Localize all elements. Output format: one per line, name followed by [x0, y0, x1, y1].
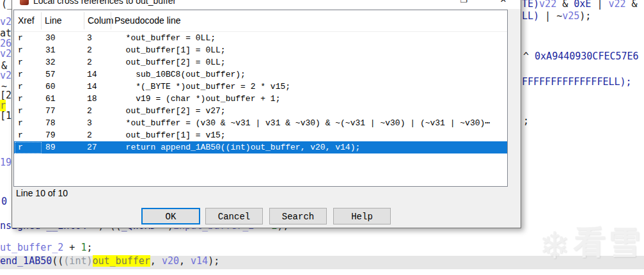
kanxue-watermark: ❄ 看雪	[539, 221, 643, 267]
header-pseudocode[interactable]: Pseudocode line	[111, 10, 508, 31]
cell-line: 60	[45, 81, 56, 93]
help-button[interactable]: Help	[333, 208, 391, 224]
cell-col: 2	[87, 56, 92, 68]
header-xref[interactable]: Xref	[14, 10, 45, 31]
highlighted-identifier: out_buffer	[93, 255, 150, 267]
cell-code: *out_buffer = (v30 & ~v31 | v31 & ~v30) …	[116, 117, 490, 129]
cell-xref: r	[18, 81, 23, 93]
xref-table-row[interactable]: r8927 return append_1AB50((int)out_buffe…	[14, 141, 507, 153]
cell-xref: r	[18, 93, 23, 105]
code-token: ((	[52, 255, 63, 267]
dialog-title: Local cross references to out_buffer	[33, 0, 176, 6]
cell-xref: r	[18, 105, 23, 117]
cell-xref: r	[18, 117, 23, 129]
cell-code: *(_BYTE *)out_buffer = 2 * v15;	[116, 81, 290, 93]
xref-table-row[interactable]: r783 *out_buffer = (v30 & ~v31 | v31 & ~…	[14, 117, 507, 129]
code-token: ;	[523, 115, 529, 127]
code-token: &	[626, 0, 643, 10]
cell-col: 3	[87, 32, 92, 44]
code-fragment: v2	[0, 16, 12, 28]
code-token: FFFFFFFFFFFFFFELL);	[522, 76, 632, 88]
cell-code: out_buffer[1] = v15;	[116, 129, 226, 141]
screen: (_v2at26v2&v2~[2r[1190TE)v22 & 0xE | v22…	[0, 0, 644, 275]
cell-code: out_buffer[2] = 0LL;	[116, 56, 226, 68]
cell-code: out_buffer[1] = 0LL;	[116, 44, 226, 56]
code-token: [1	[0, 110, 12, 122]
code-token: ;	[86, 242, 92, 253]
cell-line: 89	[45, 141, 56, 153]
code-token: v14	[191, 255, 208, 267]
xref-table-row[interactable]: r5714 sub_10BC8(out_buffer);	[14, 68, 507, 81]
code-token: v20	[162, 255, 179, 267]
cell-col: 14	[87, 68, 97, 81]
cell-line: 30	[45, 32, 56, 44]
cell-line: 77	[45, 105, 56, 117]
code-fragment: ^ 0xA9440930CFEC57E6	[523, 51, 639, 63]
code-token: );	[579, 10, 591, 22]
xref-table-row[interactable]: r6014 *(_BYTE *)out_buffer = 2 * v15;	[14, 81, 507, 93]
cell-code: return append_1AB50((int)out_buffer, v20…	[116, 141, 360, 153]
dialog-titlebar[interactable]: Local cross references to out_buffer ❐ ✕	[12, 0, 521, 9]
header-line[interactable]: Line	[41, 10, 88, 31]
code-token: ut_buffer_2	[0, 242, 63, 253]
search-button[interactable]: Search	[269, 208, 327, 224]
cell-xref: r	[18, 44, 23, 56]
close-icon: ✕	[500, 0, 507, 4]
xref-table-row[interactable]: r312 out_buffer[1] = 0LL;	[14, 44, 507, 56]
code-fragment: 0	[1, 196, 7, 208]
code-token: end_1AB50	[0, 255, 52, 267]
code-token: ,	[150, 255, 162, 267]
xref-table-row[interactable]: r792 out_buffer[1] = v15;	[14, 129, 507, 141]
code-token: 0	[1, 196, 7, 207]
cell-line: 31	[45, 44, 56, 56]
code-token: ^	[523, 51, 535, 62]
code-token: | ~	[539, 10, 562, 22]
code-fragment: FFFFFFFFFFFFFFELL);	[522, 76, 632, 88]
cell-code: *out_buffer = 0LL;	[116, 32, 216, 44]
cancel-button[interactable]: Cancel	[205, 208, 263, 224]
xref-list[interactable]: Xref Line Column Pseudocode line r303 *o…	[13, 10, 508, 187]
snowflake-icon: ❄	[539, 224, 570, 267]
ida-app-icon	[20, 0, 29, 5]
code-fragment: TE)v22 & 0xE | v22 & 1	[522, 0, 644, 10]
cell-line: 61	[45, 93, 56, 105]
cell-code: v19 = (char *)out_buffer + 1;	[116, 93, 280, 105]
ok-button[interactable]: OK	[141, 208, 200, 224]
code-token: v2	[0, 16, 12, 28]
cell-col: 2	[87, 44, 92, 56]
cell-col: 27	[87, 141, 97, 153]
close-button[interactable]: ✕	[493, 0, 514, 9]
code-token: v2	[0, 70, 12, 81]
cell-xref: r	[18, 32, 23, 44]
code-fragment: ut_buffer_2 + 1;	[0, 242, 93, 254]
xref-table-row[interactable]: r6118 v19 = (char *)out_buffer + 1;	[14, 93, 507, 105]
code-fragment: v2	[0, 48, 12, 60]
xref-table-row[interactable]: r772 out_buffer[2] = v27;	[14, 105, 507, 117]
cell-line: 79	[45, 129, 56, 141]
code-token: LL)	[522, 10, 539, 22]
code-token: 0xE	[574, 0, 591, 10]
cell-line: 78	[45, 117, 56, 129]
watermark-text: 看雪	[574, 224, 643, 261]
cell-line: 57	[45, 68, 56, 81]
cell-xref: r	[18, 129, 23, 141]
code-token: 19	[0, 157, 12, 168]
maximize-button[interactable]: ❐	[453, 0, 474, 9]
code-fragment: end_1AB50(((int)out_buffer, v20, v14);	[0, 255, 219, 267]
cell-col: 18	[87, 93, 97, 105]
code-token: v25	[562, 10, 579, 22]
code-token: |	[591, 0, 608, 10]
code-token: v2	[0, 48, 12, 59]
code-token: +	[63, 242, 81, 253]
xref-list-header: Xref Line Column Pseudocode line	[14, 10, 507, 32]
xref-table-row[interactable]: r303 *out_buffer = 0LL;	[14, 32, 507, 44]
xref-table-row[interactable]: r322 out_buffer[2] = 0LL;	[14, 56, 507, 68]
code-fragment: 19	[0, 157, 12, 169]
cell-col: 14	[87, 81, 97, 93]
code-token: &	[556, 0, 574, 10]
maximize-icon: ❐	[460, 0, 467, 4]
xref-list-body: r303 *out_buffer = 0LL;r312 out_buffer[1…	[14, 32, 507, 186]
code-fragment: ;	[523, 115, 529, 127]
header-column[interactable]: Column	[84, 10, 114, 31]
header-separator	[41, 12, 42, 29]
